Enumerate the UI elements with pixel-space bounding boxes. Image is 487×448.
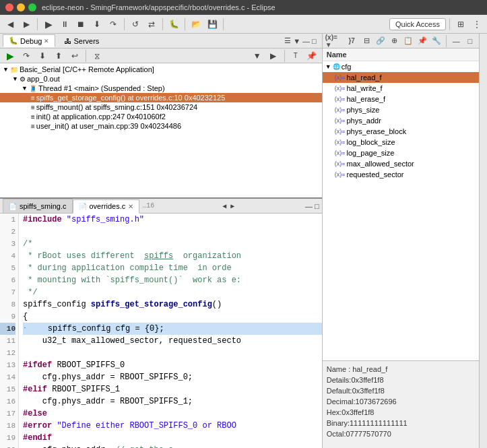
var-item-cfg[interactable]: ▼ 🌐 cfg [323, 61, 480, 72]
link-editor-btn[interactable]: 🔗 [375, 35, 387, 47]
code-line-7: */ [23, 286, 322, 298]
collapse-all-btn[interactable]: ⊟ [360, 35, 373, 47]
outer-scrollbar[interactable] [479, 34, 487, 448]
var-item-phys-erase[interactable]: (x)= phys_erase_block [323, 126, 480, 137]
var-item-phys-addr[interactable]: (x)= phys_addr [323, 115, 480, 126]
maximize-button[interactable] [28, 3, 36, 11]
toolbar-more-button[interactable]: ⋮ [469, 17, 484, 32]
var-item-phys-size[interactable]: (x)= phys_size [323, 104, 480, 115]
tab-debug[interactable]: 🐛 Debug ✕ [3, 34, 55, 47]
detail-default: Default:0x3ffef1f8 [327, 385, 476, 396]
tab-servers[interactable]: 🖧 Servers [58, 35, 105, 47]
left-panel: 🐛 Debug ✕ 🖧 Servers ☰ ▼ — □ ▶ ↷ [0, 34, 323, 448]
code-line-3: /* [23, 238, 322, 250]
file-icon: 📄 [79, 203, 87, 210]
pin-var-btn[interactable]: 📌 [416, 35, 429, 47]
window-controls[interactable] [5, 3, 36, 11]
tab-arrow-right[interactable]: ▶ [230, 202, 234, 210]
resume-button[interactable]: ▶ [3, 49, 18, 63]
detail-panel: Name : hal_read_f Details:0x3ffef1f8 Def… [323, 360, 480, 448]
editor-content[interactable]: 1 2 3 4 5 6 7 8 9 10 11 12 13 14 15 16 1 [0, 214, 322, 448]
tree-item-label: spiffs_mount() at spiffs_sming.c:151 0x4… [36, 103, 197, 111]
tab-spiffs-sming[interactable]: 📄 spiffs_sming.c [3, 199, 73, 213]
debug-pin[interactable]: 📌 [304, 49, 319, 63]
code-line-2 [23, 226, 322, 238]
tree-item-stack-4[interactable]: ≡ user_init() at user_main.cpp:39 0x4023… [0, 121, 322, 131]
detail-hex: Hex:0x3ffef1f8 [327, 407, 476, 418]
thread-icon: 🧵 [29, 85, 37, 92]
var-icon: (x)= [335, 139, 346, 146]
tree-item-stack-1[interactable]: ≡ spiffs_get_storage_config() at overrid… [0, 93, 322, 102]
pause-button[interactable]: ⏸ [57, 17, 72, 32]
var-item-requested-sector[interactable]: (x)= requested_sector [323, 169, 480, 180]
tree-item-label: user_init() at user_main.cpp:39 0x402344… [36, 122, 181, 130]
tree-item-stack-2[interactable]: ≡ spiffs_mount() at spiffs_sming.c:151 0… [0, 102, 322, 112]
debug-ctrl-arrow-down[interactable]: ▼ [293, 37, 300, 45]
step-over-debug[interactable]: ↷ [19, 49, 34, 63]
var-item-hal-erase[interactable]: (x)= hal_erase_f [323, 94, 480, 104]
step-into-debug[interactable]: ⬇ [35, 49, 50, 63]
main-toolbar: ◀ ▶ ▶ ⏸ ⏹ ⬇ ↷ ↺ ⇄ 🐛 📂 💾 Quick Access ⊞ ⋮ [0, 15, 487, 34]
var-item-max-allowed[interactable]: (x)= max_allowed_sector [323, 158, 480, 169]
debug-arrow-down[interactable]: ▼ [250, 49, 265, 63]
debug-arrow-right[interactable]: ▶ [266, 49, 281, 63]
quick-access-button[interactable]: Quick Access [389, 18, 446, 30]
debug-icon: 🐛 [9, 36, 18, 45]
step-return-debug[interactable]: ⬆ [51, 49, 66, 63]
drop-to-frame[interactable]: ↩ [67, 49, 82, 63]
code-line-1: #include "spiffs_sming.h" [23, 214, 322, 226]
code-line-17: #else [23, 408, 322, 420]
editor-ctrl-maximize[interactable]: □ [315, 202, 319, 210]
minimize-button[interactable] [17, 3, 25, 11]
minimize-var-panel[interactable]: — [450, 35, 463, 47]
var-icon: (x)= [335, 117, 346, 124]
var-item-log-block[interactable]: (x)= log_block_size [323, 137, 480, 148]
tree-item-stack-3[interactable]: ≡ init() at application.cpp:247 0x401060… [0, 112, 322, 121]
expr-label: }7 [348, 37, 354, 44]
debug-ctrl-menu[interactable]: ☰ [284, 36, 291, 45]
detail-decimal: Decimal:1073672696 [327, 396, 476, 407]
save-button[interactable]: 💾 [205, 17, 220, 32]
perspectives-button[interactable]: ⊞ [453, 17, 468, 32]
tab-more[interactable]: …16 [139, 201, 157, 211]
close-button[interactable] [5, 3, 13, 11]
open-file-button[interactable]: 📂 [189, 17, 203, 32]
tree-item-basic-serial[interactable]: ▼ 📁 Basic_Serial [C/C++ Remote Applicati… [0, 65, 322, 74]
var-item-hal-read[interactable]: (x)= hal_read_f [323, 72, 480, 83]
back-button[interactable]: ◀ [3, 17, 18, 32]
variables-header: Name [323, 49, 480, 61]
tab-overrides[interactable]: 📄 overrides.c ✕ [73, 199, 140, 214]
stop-button[interactable]: ⏹ [73, 17, 88, 32]
maximize-var-panel[interactable]: □ [464, 35, 477, 47]
step-over-button[interactable]: ↷ [106, 17, 121, 32]
tree-item-thread[interactable]: ▼ 🧵 Thread #1 <main> (Suspended : Step) [0, 84, 322, 93]
var-icon: (x)= [335, 106, 346, 113]
code-line-4: * rBoot uses different spiffs organizati… [23, 250, 322, 262]
add-var-btn[interactable]: ⊕ [388, 35, 401, 47]
code-line-9: { [23, 311, 322, 323]
run-button[interactable]: ▶ [41, 17, 56, 32]
close-debug-tab-icon[interactable]: ✕ [44, 38, 49, 44]
close-tab-icon[interactable]: ✕ [128, 203, 133, 210]
var-item-hal-write[interactable]: (x)= hal_write_f [323, 83, 480, 94]
code-line-12 [23, 347, 322, 359]
code-editor[interactable]: #include "spiffs_sming.h" /* * rBoot use… [19, 214, 322, 448]
debug-ctrl-maximize[interactable]: □ [312, 37, 317, 45]
var-icon: (x)= [335, 171, 346, 178]
debug-btn[interactable]: 🐛 [166, 17, 181, 32]
code-line-15: #elif RBOOT_SPIFFS_1 [23, 383, 322, 395]
debug-ctrl-minimize[interactable]: — [302, 37, 310, 45]
settings-var-btn[interactable]: 🔧 [430, 35, 443, 47]
tab-arrow-left[interactable]: ◀ [222, 202, 226, 210]
editor-ctrl-minimize[interactable]: — [305, 202, 313, 210]
sync-button[interactable]: ⇄ [144, 17, 159, 32]
refresh-button[interactable]: ↺ [128, 17, 143, 32]
use-step-filters[interactable]: ⧖ [90, 49, 104, 63]
tree-item-app-out[interactable]: ▼ ⚙ app_0.out [0, 74, 322, 84]
step-into-button[interactable]: ⬇ [90, 17, 104, 32]
threads-btn[interactable]: T [288, 49, 303, 63]
var-item-log-page[interactable]: (x)= log_page_size [323, 148, 480, 158]
debug-panel-tabs: 🐛 Debug ✕ 🖧 Servers ☰ ▼ — □ [0, 34, 322, 49]
forward-button[interactable]: ▶ [19, 17, 34, 32]
copy-var-btn[interactable]: 📋 [402, 35, 415, 47]
